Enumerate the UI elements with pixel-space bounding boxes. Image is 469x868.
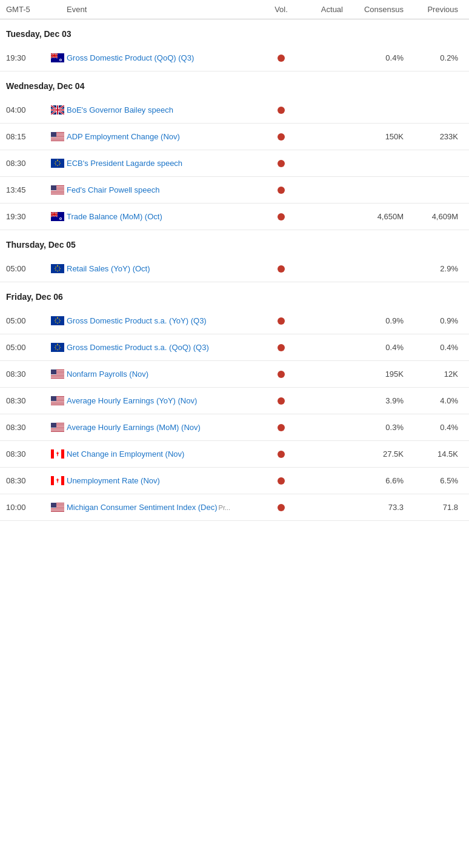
country-flag [48,503,67,512]
col-gmt: GMT-5 [6,5,48,14]
country-flag [48,185,67,194]
event-name[interactable]: BoE's Governor Bailey speech [67,105,263,114]
previous-value: 233K [408,132,463,141]
event-row[interactable]: 08:30 Average Hourly Earnings (MoM) (Nov… [0,414,469,441]
previous-value: 14.5K [408,449,463,459]
svg-point-85 [59,347,61,348]
event-name[interactable]: Michigan Consumer Sentiment Index (Dec)P… [67,503,263,512]
svg-point-86 [59,348,60,350]
event-row[interactable]: 05:00 Gross Domestic Product s.a. (YoY) … [0,308,469,334]
svg-point-68 [55,270,56,271]
vol-dot [278,371,285,378]
consensus-value: 0.9% [348,316,408,325]
svg-rect-120 [61,476,64,485]
event-row[interactable]: 08:30 Average Hourly Earnings (YoY) (Nov… [0,388,469,414]
vol-dot [278,107,285,114]
svg-point-63 [57,266,58,267]
svg-point-66 [59,270,60,271]
previous-value: 4,609M [408,212,463,221]
event-row[interactable]: 08:15 ADP Employment Change (Nov)150K233… [0,124,469,150]
event-time: 08:30 [6,449,48,459]
event-name[interactable]: Retail Sales (YoY) (Oct) [67,264,263,273]
event-name[interactable]: Trade Balance (MoM) (Oct) [67,212,263,221]
country-flag [48,343,67,352]
col-event: Event [67,5,263,14]
country-flag [48,316,67,325]
svg-rect-9 [51,55,58,56]
day-header: Wednesday, Dec 04 [0,71,469,97]
svg-point-34 [59,163,61,164]
event-name[interactable]: Average Hourly Earnings (YoY) (Nov) [67,396,263,405]
event-row[interactable]: 19:30 Trade Balance (MoM) (Oct)4,650M4,6… [0,204,469,230]
event-row[interactable]: 08:30 Nonfarm Payrolls (Nov)195K12K [0,361,469,388]
event-row[interactable]: 08:30 ECB's President Lagarde speech [0,150,469,177]
country-flag [48,396,67,405]
event-row[interactable]: 19:30 Gross Domestic Product (QoQ) (Q3)0… [0,45,469,71]
svg-rect-106 [51,396,56,401]
svg-point-74 [59,319,60,320]
consensus-value: 6.6% [348,476,408,485]
svg-rect-95 [51,374,64,375]
event-name[interactable]: Gross Domestic Product (QoQ) (Q3) [67,53,263,62]
event-name[interactable]: Average Hourly Earnings (MoM) (Nov) [67,423,263,432]
svg-point-80 [55,319,56,320]
volatility-indicator [263,344,299,351]
event-row[interactable]: 10:00 Michigan Consumer Sentiment Index … [0,494,469,521]
event-name[interactable]: ADP Employment Change (Nov) [67,132,263,141]
svg-point-90 [55,345,56,346]
event-row[interactable]: 05:00 Gross Domestic Product s.a. (QoQ) … [0,334,469,361]
country-flag [48,105,67,114]
svg-point-79 [55,320,56,322]
event-name[interactable]: Gross Domestic Product s.a. (QoQ) (Q3) [67,343,263,352]
event-row[interactable]: 13:45 Fed's Chair Powell speech [0,177,469,204]
svg-point-88 [55,348,56,350]
vol-dot [278,451,285,458]
svg-point-77 [57,323,58,324]
svg-rect-47 [51,185,56,190]
svg-point-84 [59,345,60,346]
svg-point-65 [59,268,61,270]
volatility-indicator [263,477,299,485]
vol-dot [278,187,285,194]
event-time: 13:45 [6,185,48,194]
vol-dot [278,504,285,511]
svg-point-39 [55,161,56,162]
event-row[interactable]: 08:30 Net Change in Employment (Nov)27.5… [0,441,469,468]
event-name[interactable]: Net Change in Employment (Nov) [67,449,263,459]
vol-dot [278,317,285,325]
vol-dot [278,424,285,431]
consensus-value: 0.3% [348,423,408,432]
col-vol: Vol. [263,5,299,14]
previous-value: 0.4% [408,343,463,352]
col-actual: Actual [299,5,348,14]
event-name[interactable]: Fed's Chair Powell speech [67,185,263,194]
consensus-value: 0.4% [348,53,408,62]
svg-rect-116 [51,449,54,459]
previous-value: 2.9% [408,264,463,273]
country-flag [48,212,67,221]
event-name[interactable]: Gross Domestic Product s.a. (YoY) (Q3) [67,316,263,325]
col-previous: Previous [408,5,463,14]
event-row[interactable]: 05:00 Retail Sales (YoY) (Oct)2.9% [0,256,469,282]
svg-rect-104 [51,402,64,403]
event-row[interactable]: 08:30 Unemployment Rate (Nov)6.6%6.5% [0,468,469,494]
event-row[interactable]: 04:00 BoE's Governor Bailey speech [0,97,469,124]
volatility-indicator [263,55,299,62]
day-header: Thursday, Dec 05 [0,230,469,256]
svg-point-75 [59,320,61,322]
svg-rect-112 [51,429,64,429]
event-name[interactable]: ECB's President Lagarde speech [67,159,263,168]
svg-point-78 [55,322,56,323]
volatility-indicator [263,265,299,273]
event-name[interactable]: Nonfarm Payrolls (Nov) [67,369,263,379]
vol-dot [278,160,285,167]
country-flag [48,449,67,459]
vol-dot [278,344,285,351]
consensus-value: 0.4% [348,343,408,352]
volatility-indicator [263,424,299,431]
event-name[interactable]: Unemployment Rate (Nov) [67,476,263,485]
svg-rect-26 [51,137,64,137]
svg-point-87 [57,350,58,351]
country-flag [48,159,67,168]
table-header: GMT-5 Event Vol. Actual Consensus Previo… [0,0,469,19]
